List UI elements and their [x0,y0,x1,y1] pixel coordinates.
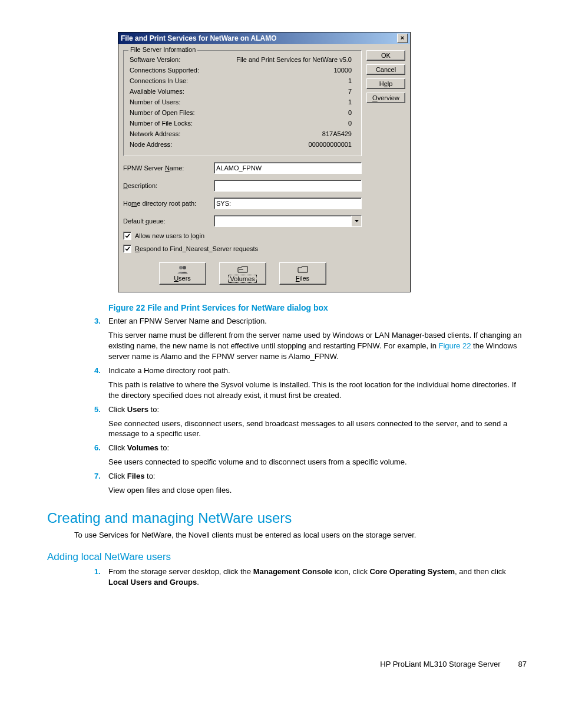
body-paragraph: To use Services for NetWare, the Novell … [74,530,527,541]
step-text: From the storage server desktop, click t… [108,566,527,588]
label-connections-supported: Connections Supported: [130,65,199,75]
dialog-titlebar: File and Print Services for NetWare on A… [118,32,410,44]
label-description: Description: [123,182,210,189]
step-number: 3. [94,316,108,327]
value-number-of-users: 1 [348,97,352,107]
step-number: 7. [94,471,108,482]
netware-dialog: File and Print Services for NetWare on A… [118,32,411,292]
step-detail: See connected users, disconnect users, s… [108,419,527,440]
close-icon[interactable]: × [397,34,408,43]
value-connections-in-use: 1 [348,75,352,86]
file-server-info-group: File Server Information Software Version… [123,50,362,156]
help-button[interactable]: Help [366,78,405,89]
page-footer: HP ProLiant ML310 Storage Server 87 [380,660,527,668]
figure-xref[interactable]: Figure 22 [439,341,471,350]
value-node-address: 000000000001 [309,139,352,150]
heading-1: Creating and managing NetWare users [47,510,527,526]
step-text: Click Volumes to: [108,443,527,453]
files-button[interactable]: Files [279,262,326,285]
step-text: Click Files to: [108,471,527,482]
label-connections-in-use: Connections In Use: [130,75,188,86]
value-connections-supported: 10000 [333,65,352,75]
label-network-address: Network Address: [130,129,180,139]
chevron-down-icon[interactable] [351,216,361,226]
fieldset-legend: File Server Information [128,46,197,53]
description-input[interactable] [214,180,362,192]
step-detail: This path is relative to where the Sysvo… [108,380,527,401]
svg-point-2 [183,266,186,269]
label-default-queue: Default queue: [123,218,210,225]
home-directory-input[interactable]: SYS: [214,197,362,209]
label-software-version: Software Version: [130,54,180,65]
step-text: Click Users to: [108,404,527,415]
value-open-files: 0 [348,107,352,118]
cancel-button[interactable]: Cancel [366,64,405,75]
footer-product: HP ProLiant ML310 Storage Server [380,660,500,668]
value-available-volumes: 7 [348,86,352,97]
fpnw-server-name-input[interactable]: ALAMO_FPNW [214,162,362,174]
label-respond-find-nearest: Respond to Find_Nearest_Server requests [135,245,258,252]
label-file-locks: Number of File Locks: [130,118,193,129]
step-text: Enter an FPNW Server Name and Descriptio… [108,316,527,327]
overview-button[interactable]: Overview [366,93,405,103]
step-number: 5. [94,404,108,415]
volumes-icon [237,265,248,274]
label-allow-new-users: Allow new users to login [135,232,204,239]
step-text: Indicate a Home directory root path. [108,365,527,376]
step-number: 1. [94,566,108,588]
label-fpnw-server-name: FPNW Server Name: [123,164,210,172]
footer-page-number: 87 [518,660,527,668]
respond-find-nearest-checkbox[interactable] [123,245,131,253]
default-queue-combo[interactable] [214,215,362,227]
svg-point-1 [179,266,183,269]
allow-new-users-checkbox[interactable] [123,232,131,240]
value-network-address: 817A5429 [322,129,352,139]
value-file-locks: 0 [348,118,352,129]
step-number: 6. [94,443,108,453]
step-detail: View open files and close open files. [108,485,527,496]
users-button[interactable]: Users [159,262,206,285]
svg-marker-0 [355,220,359,222]
step-detail: See users connected to specific volume a… [108,457,527,467]
dialog-title: File and Print Services for NetWare on A… [121,34,397,42]
users-icon [177,265,188,274]
figure-caption: Figure 22 File and Print Services for Ne… [108,303,527,312]
heading-2: Adding local NetWare users [47,551,527,563]
label-number-of-users: Number of Users: [130,97,180,107]
value-software-version: File and Print Services for NetWare v5.0 [236,54,352,65]
label-node-address: Node Address: [130,139,172,150]
step-number: 4. [94,365,108,376]
volumes-button[interactable]: Volumes [219,262,266,285]
label-open-files: Number of Open Files: [130,107,195,118]
step-detail: This server name must be different from … [108,330,527,362]
files-icon [297,265,308,274]
ok-button[interactable]: OK [366,50,405,61]
label-available-volumes: Available Volumes: [130,86,184,97]
label-home-directory: Home directory root path: [123,200,210,207]
